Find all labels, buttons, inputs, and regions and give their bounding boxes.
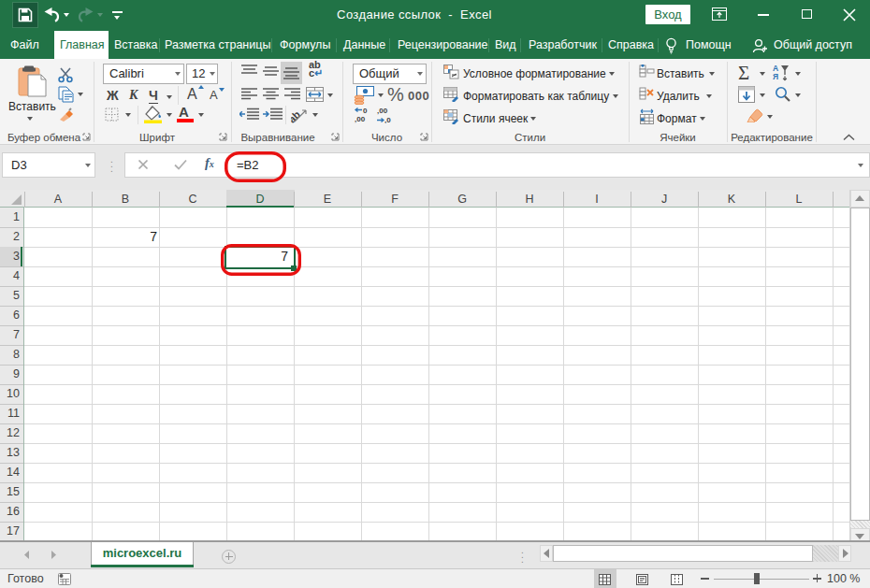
svg-text:Я: Я — [773, 72, 778, 81]
svg-text:,00: ,00 — [377, 107, 388, 115]
svg-text:,00: ,00 — [355, 115, 366, 123]
svg-text:,0: ,0 — [384, 116, 391, 123]
svg-text:0: 0 — [363, 107, 368, 115]
